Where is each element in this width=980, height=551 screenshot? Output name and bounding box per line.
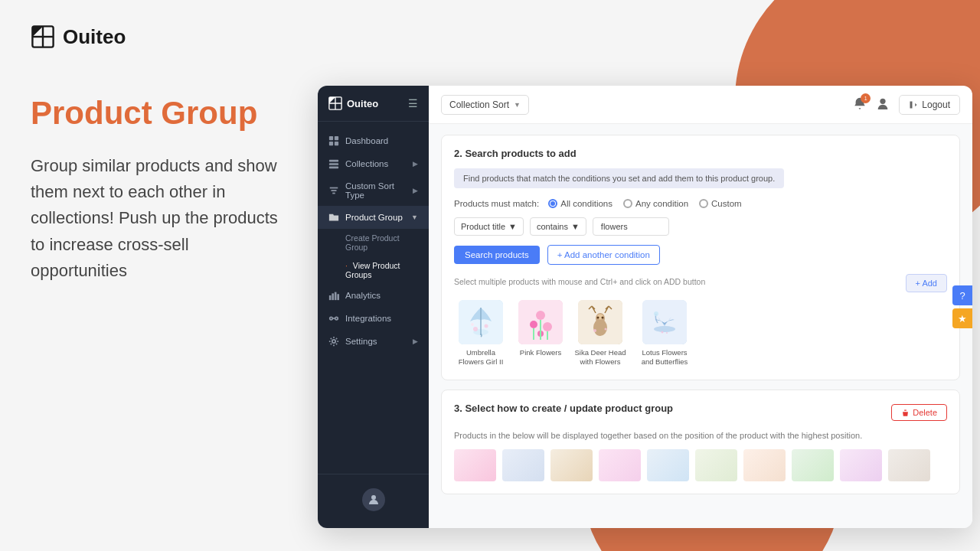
topbar-icons: 1 Logout — [853, 95, 960, 115]
svg-point-32 — [473, 327, 478, 331]
svg-point-26 — [332, 340, 335, 343]
logo-icon — [31, 24, 55, 49]
filter-field-chevron-icon: ▼ — [508, 222, 517, 231]
search-products-button[interactable]: Search products — [454, 246, 540, 264]
match-all-conditions[interactable]: All conditions — [548, 199, 612, 208]
sidebar-item-collections[interactable]: Collections ▶ — [318, 152, 429, 175]
bottom-product-8[interactable] — [792, 449, 834, 481]
product-thumb-2[interactable]: Pink Flowers — [518, 300, 563, 367]
sidebar-item-analytics[interactable]: Analytics — [318, 284, 429, 307]
sidebar-subitem-view[interactable]: View Product Groups — [318, 256, 429, 284]
section3-description: Products in the below will be displayed … — [454, 431, 947, 440]
menu-icon[interactable]: ☰ — [408, 97, 418, 109]
pink-flowers-svg — [518, 300, 563, 344]
filter-value-text: flowers — [601, 222, 628, 231]
filter-operator-dropdown[interactable]: contains ▼ — [530, 217, 586, 236]
svg-rect-22 — [337, 294, 339, 300]
settings-arrow: ▶ — [413, 337, 418, 345]
any-condition-radio[interactable] — [623, 199, 632, 208]
product-thumb-1[interactable]: Umbrella Flowers Girl II — [454, 300, 508, 367]
sidebar-subitem-view-label: View Product Groups — [345, 261, 400, 279]
svg-rect-20 — [332, 293, 334, 300]
delete-button[interactable]: Delete — [891, 404, 947, 421]
svg-point-23 — [330, 317, 333, 320]
sidebar-item-settings[interactable]: Settings ▶ — [318, 330, 429, 353]
products-grid: Umbrella Flowers Girl II — [454, 300, 947, 367]
sidebar-item-custom-sort[interactable]: Custom Sort Type ▶ — [318, 175, 429, 206]
all-conditions-label: All conditions — [560, 199, 612, 208]
filter-field-label: Product title — [461, 222, 505, 231]
sidebar-item-integrations-label: Integrations — [345, 314, 391, 323]
svg-rect-51 — [642, 300, 687, 344]
question-icon: ? — [959, 290, 965, 302]
filter-value-input[interactable]: flowers — [593, 217, 669, 236]
product-thumb-4[interactable]: Lotus Flowers and Butterflies — [638, 300, 691, 367]
svg-rect-12 — [335, 142, 338, 145]
avatar[interactable] — [362, 488, 385, 511]
product-img-umbrella — [459, 300, 503, 344]
sidebar-item-integrations[interactable]: Integrations — [318, 307, 429, 330]
action-row: Search products + Add another condition — [454, 245, 947, 265]
collection-sort-dropdown[interactable]: Collection Sort ▼ — [441, 95, 529, 115]
bottom-product-3[interactable] — [550, 449, 593, 481]
umbrella-svg — [459, 300, 503, 344]
star-icon: ★ — [958, 313, 967, 324]
product-label-pink-flowers: Pink Flowers — [520, 348, 561, 357]
custom-radio[interactable] — [699, 199, 708, 208]
user-profile-button[interactable] — [876, 96, 890, 113]
svg-rect-11 — [329, 142, 333, 145]
filter-operator-label: contains — [537, 222, 568, 231]
product-img-lotus — [642, 300, 687, 344]
bottom-product-2[interactable] — [502, 449, 544, 481]
svg-point-27 — [371, 495, 376, 500]
collection-sort-label: Collection Sort — [449, 99, 509, 110]
user-icon — [368, 494, 380, 506]
bottom-product-6[interactable] — [695, 449, 737, 481]
svg-point-55 — [654, 311, 658, 316]
bottom-product-5[interactable] — [647, 449, 689, 481]
filter-field-dropdown[interactable]: Product title ▼ — [454, 217, 524, 236]
all-conditions-radio[interactable] — [548, 199, 557, 208]
bottom-product-7[interactable] — [743, 449, 786, 481]
notification-badge: 1 — [861, 93, 871, 103]
add-products-button[interactable]: + Add — [906, 274, 947, 292]
product-img-pink-flowers — [518, 300, 563, 344]
match-custom[interactable]: Custom — [699, 199, 742, 208]
sidebar-item-product-group-label: Product Group — [345, 213, 403, 222]
add-condition-button[interactable]: + Add another condition — [547, 245, 660, 265]
topbar: Collection Sort ▼ 1 — [429, 86, 972, 124]
logo-area: Ouiteo — [31, 24, 287, 49]
sidebar-item-dashboard[interactable]: Dashboard — [318, 129, 429, 152]
sidebar-navigation: Dashboard Collections ▶ Custom Sort Type… — [318, 122, 429, 474]
favorites-button[interactable]: ★ — [952, 308, 972, 328]
bottom-product-10[interactable] — [888, 449, 930, 481]
product-label-umbrella: Umbrella Flowers Girl II — [454, 348, 508, 367]
match-radio-group: All conditions Any condition Custom — [548, 199, 741, 208]
select-hint: Select multiple products with mouse and … — [454, 277, 705, 286]
section3-card: 3. Select how to create / update product… — [441, 390, 960, 494]
sidebar-subitem-create[interactable]: Create Product Group — [318, 229, 429, 256]
logout-label: Logout — [922, 99, 950, 110]
trash-icon — [901, 409, 910, 417]
notification-button[interactable]: 1 — [853, 96, 867, 113]
bottom-product-1[interactable] — [454, 449, 496, 481]
svg-marker-8 — [329, 97, 335, 103]
help-button[interactable]: ? — [952, 285, 972, 305]
deer-svg — [578, 300, 622, 344]
product-thumb-3[interactable]: Sika Deer Head with Flowers — [573, 300, 627, 367]
svg-point-34 — [471, 323, 474, 326]
svg-point-28 — [880, 98, 886, 103]
dropdown-chevron-icon: ▼ — [514, 101, 521, 109]
section2-title: 2. Search products to add — [454, 148, 947, 159]
svg-point-47 — [597, 317, 599, 319]
custom-label: Custom — [711, 199, 742, 208]
match-any-condition[interactable]: Any condition — [623, 199, 688, 208]
products-match-row: Products must match: All conditions Any … — [454, 199, 947, 208]
bottom-product-4[interactable] — [599, 449, 641, 481]
svg-point-50 — [605, 328, 607, 331]
sidebar-item-product-group[interactable]: Product Group ▼ — [318, 206, 429, 229]
logout-button[interactable]: Logout — [899, 95, 960, 115]
product-label-deer: Sika Deer Head with Flowers — [573, 348, 627, 367]
bottom-product-9[interactable] — [840, 449, 882, 481]
section3-header: 3. Select how to create / update product… — [454, 403, 947, 423]
